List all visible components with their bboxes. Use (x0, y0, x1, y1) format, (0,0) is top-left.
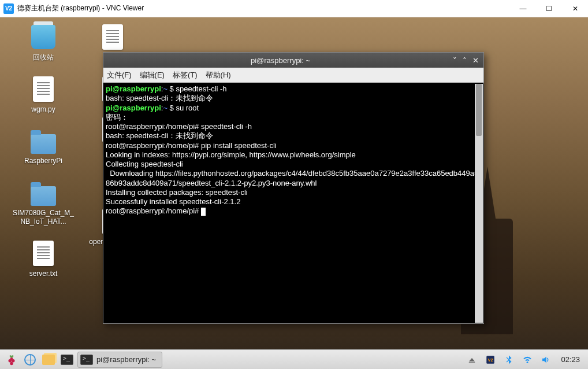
task-terminal-label: pi@raspberrypi: ~ (96, 355, 156, 364)
desktop-icon[interactable]: server.txt (12, 239, 75, 279)
taskbar-task-terminal[interactable]: pi@raspberrypi: ~ (77, 352, 162, 368)
trash-icon (29, 23, 57, 51)
file-icon (29, 239, 57, 267)
taskbar: pi@raspberrypi: ~ V2 02:23 (0, 349, 588, 369)
terminal-scrollbar[interactable] (475, 84, 483, 323)
terminal-menu-item[interactable]: 帮助(H) (206, 70, 231, 80)
terminal-launcher-icon[interactable] (59, 352, 75, 368)
remote-desktop[interactable]: https://blog.csdn.net/weixin_44940... 回收… (0, 17, 588, 369)
desktop-icon-label: 回收站 (12, 53, 75, 62)
folder-icon (29, 127, 57, 154)
tray-eject-icon[interactable] (464, 352, 480, 368)
web-browser-icon[interactable] (22, 352, 38, 368)
terminal-menu-item[interactable]: 编辑(E) (140, 70, 165, 80)
terminal-minimize-icon[interactable]: ˅ (453, 56, 457, 65)
terminal-menu-item[interactable]: 文件(F) (107, 70, 132, 80)
terminal-scroll-thumb[interactable] (476, 84, 482, 136)
desktop-icon-label: RaspberryPi (12, 157, 75, 166)
svg-point-6 (527, 361, 529, 363)
vnc-logo-icon: V2 (3, 3, 14, 14)
tray-vnc-icon[interactable]: V2 (482, 352, 498, 368)
taskbar-clock[interactable]: 02:23 (556, 355, 585, 364)
folder-icon (29, 179, 57, 206)
vnc-viewer-window: V2 德赛主机台架 (raspberrypi) - VNC Viewer — ☐… (0, 0, 588, 369)
terminal-close-icon[interactable]: ✕ (472, 56, 479, 65)
desktop-icon-label: wgm.py (12, 105, 75, 115)
file-manager-icon[interactable] (40, 352, 57, 368)
vnc-window-title: 德赛主机台架 (raspberrypi) - VNC Viewer (17, 3, 510, 13)
terminal-title: pi@raspberrypi: ~ (108, 56, 453, 65)
terminal-menubar: 文件(F)编辑(E)标签(T)帮助(H) (103, 68, 483, 83)
vnc-titlebar[interactable]: V2 德赛主机台架 (raspberrypi) - VNC Viewer — ☐… (0, 0, 588, 17)
terminal-maximize-icon[interactable]: ˄ (463, 56, 467, 65)
svg-text:V2: V2 (488, 357, 493, 363)
terminal-titlebar[interactable]: pi@raspberrypi: ~ ˅ ˄ ✕ (103, 53, 483, 68)
vnc-minimize-button[interactable]: — (510, 0, 536, 17)
svg-point-2 (10, 361, 13, 365)
file-icon (99, 23, 126, 51)
vnc-maximize-button[interactable]: ☐ (536, 0, 562, 17)
file-icon (29, 75, 57, 103)
desktop-icon-label: server.txt (12, 270, 75, 279)
desktop-icon[interactable]: RaspberryPi (12, 127, 75, 166)
desktop-icons-col1: 回收站wgm.pyRaspberryPiSIM7080G_Cat_M_NB_Io… (12, 23, 75, 291)
terminal-menu-item[interactable]: 标签(T) (173, 70, 198, 80)
desktop-icon[interactable]: 回收站 (12, 23, 75, 62)
desktop-icon[interactable]: SIM7080G_Cat_M_NB_IoT_HAT... (12, 179, 75, 227)
terminal-output[interactable]: pi@raspberrypi:~ $ speedtest-cli -hbash:… (103, 83, 483, 323)
tray-volume-icon[interactable] (538, 352, 554, 368)
task-terminal-icon (80, 355, 93, 365)
raspberry-menu-icon[interactable] (3, 352, 20, 368)
tray-bluetooth-icon[interactable] (501, 352, 517, 368)
terminal-cursor (201, 208, 206, 216)
vnc-window-controls: — ☐ ✕ (510, 0, 588, 17)
desktop-icon[interactable]: wgm.py (12, 75, 75, 115)
vnc-close-button[interactable]: ✕ (562, 0, 588, 17)
desktop-icon-label: SIM7080G_Cat_M_NB_IoT_HAT... (12, 209, 75, 227)
terminal-window[interactable]: pi@raspberrypi: ~ ˅ ˄ ✕ 文件(F)编辑(E)标签(T)帮… (103, 52, 484, 324)
tray-wifi-icon[interactable] (519, 352, 535, 368)
svg-point-3 (10, 357, 13, 360)
